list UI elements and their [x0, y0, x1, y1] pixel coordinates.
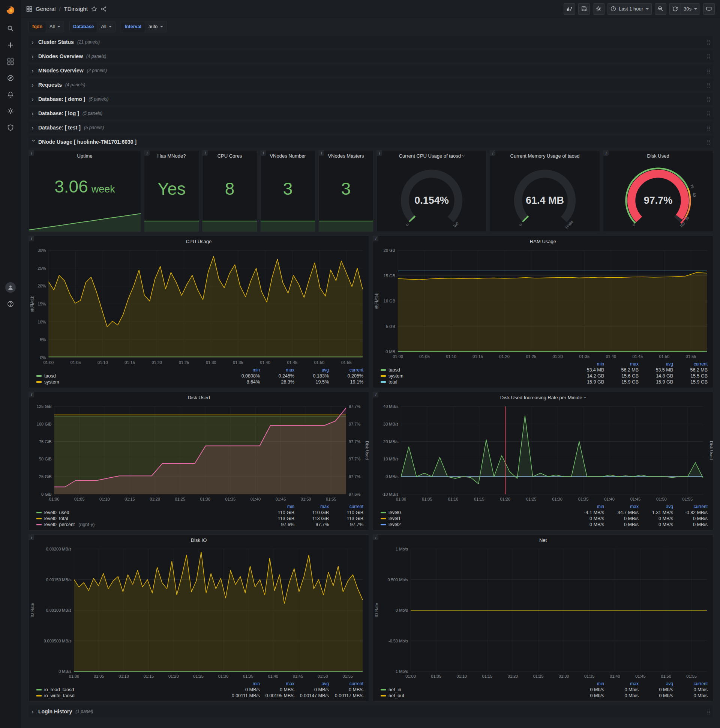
legend-series-name[interactable]: level0_total: [37, 516, 260, 521]
panel-info-icon[interactable]: [29, 236, 34, 241]
panel-info-icon[interactable]: [373, 535, 378, 540]
panel-title[interactable]: Has MNode?: [157, 153, 186, 159]
legend-series-name[interactable]: taosd: [37, 373, 225, 379]
legend-column-header[interactable]: current: [329, 504, 363, 509]
panel-title[interactable]: Disk IO: [191, 537, 207, 543]
row-dnodes-overview[interactable]: DNodes Overview (4 panels): [29, 50, 713, 62]
row-database-demo[interactable]: Database: [ demo ] (5 panels): [29, 93, 713, 105]
memory-usage-gauge[interactable]: 01638461.4 MB: [490, 161, 599, 231]
breadcrumb-page-title[interactable]: TDinsight: [64, 6, 88, 12]
zoom-out-button[interactable]: [655, 3, 667, 15]
row-login-history[interactable]: Login History (1 panel): [29, 705, 713, 717]
grafana-logo[interactable]: [0, 0, 21, 20]
legend-column-header[interactable]: current: [673, 361, 708, 367]
net-chart[interactable]: 01:0001:0501:1001:1501:2001:2501:3001:35…: [373, 545, 713, 681]
variable-interval[interactable]: Interval auto: [121, 21, 167, 32]
drag-handle-icon[interactable]: [706, 111, 710, 116]
share-icon[interactable]: [101, 6, 107, 12]
disk-io-chart[interactable]: 01:0001:0501:1001:1501:2001:2501:3001:35…: [29, 545, 369, 681]
panel-info-icon[interactable]: [373, 236, 378, 241]
legend-column-header[interactable]: current: [329, 367, 363, 373]
legend-series-name[interactable]: level0: [381, 510, 570, 515]
legend-column-header[interactable]: avg: [294, 367, 329, 373]
legend-column-header[interactable]: min: [225, 681, 260, 686]
legend-series-name[interactable]: level1: [381, 516, 570, 521]
time-range-picker[interactable]: Last 1 hour: [607, 3, 652, 15]
legend-series-name[interactable]: level2: [381, 522, 570, 527]
panel-title[interactable]: RAM Usage: [530, 239, 556, 244]
panel-title[interactable]: Disk Used Increasing Rate per Minute: [500, 395, 583, 401]
legend-column-header[interactable]: min: [260, 504, 294, 509]
row-cluster-status[interactable]: Cluster Status (21 panels): [29, 36, 713, 48]
legend-series-name[interactable]: total: [381, 379, 570, 385]
row-database-log[interactable]: Database: [ log ] (5 panels): [29, 107, 713, 119]
panel-title[interactable]: CPU Usage: [186, 239, 212, 244]
legend-series-name[interactable]: level0_used: [37, 510, 260, 515]
drag-handle-icon[interactable]: [706, 68, 710, 73]
legend-series-name[interactable]: net_in: [381, 687, 570, 692]
drag-handle-icon[interactable]: [706, 96, 710, 102]
panel-info-icon[interactable]: [377, 150, 382, 156]
legend-series-name[interactable]: taosd: [381, 367, 570, 373]
legend-column-header[interactable]: avg: [294, 681, 329, 686]
legend-series-name[interactable]: io_read_taosd: [37, 687, 225, 692]
row-mnodes-overview[interactable]: MNodes Overview (2 panels): [29, 64, 713, 76]
panel-info-icon[interactable]: [203, 150, 208, 156]
panel-title[interactable]: VNodes Number: [270, 153, 306, 159]
row-dnode-usage[interactable]: DNode Usage [ huolinhe-TM1701:6030 ]: [29, 136, 713, 148]
row-database-test[interactable]: Database: [ test ] (5 panels): [29, 122, 713, 134]
panel-info-icon[interactable]: [29, 150, 34, 156]
disk-rate-chart[interactable]: 01:0001:0501:1001:1501:2001:2501:3001:35…: [373, 403, 713, 503]
drag-handle-icon[interactable]: [706, 54, 710, 59]
panel-title[interactable]: Disk Used: [647, 153, 669, 159]
cycle-view-tv-button[interactable]: [703, 3, 715, 15]
panel-title[interactable]: VNodes Masters: [328, 153, 364, 159]
user-avatar[interactable]: [0, 279, 21, 296]
drag-handle-icon[interactable]: [706, 40, 710, 45]
legend-column-header[interactable]: max: [604, 504, 639, 509]
explore-compass-icon[interactable]: [0, 70, 21, 86]
panel-title[interactable]: CPU Cores: [218, 153, 242, 159]
drag-handle-icon[interactable]: [706, 709, 710, 714]
legend-column-header[interactable]: max: [260, 367, 294, 373]
panel-title[interactable]: Uptime: [77, 153, 92, 159]
drag-handle-icon[interactable]: [706, 125, 710, 131]
legend-column-header[interactable]: max: [604, 361, 639, 367]
legend-column-header[interactable]: max: [294, 504, 329, 509]
star-icon[interactable]: [91, 6, 97, 12]
cpu-usage-chart[interactable]: 01:0001:0501:1001:1501:2001:2501:3001:35…: [29, 246, 369, 367]
panel-title[interactable]: Current Memory Usage of taosd: [510, 153, 580, 159]
variable-fqdn[interactable]: fqdn All: [29, 21, 64, 32]
drag-handle-icon[interactable]: [706, 139, 710, 145]
legend-column-header[interactable]: min: [570, 361, 604, 367]
panel-info-icon[interactable]: [603, 150, 609, 156]
dashboard-settings-button[interactable]: [593, 3, 604, 15]
legend-series-name[interactable]: system: [381, 373, 570, 379]
panel-info-icon[interactable]: [490, 150, 495, 156]
disk-used-gauge[interactable]: 075809510097.7%: [603, 161, 713, 231]
panel-info-icon[interactable]: [319, 150, 324, 156]
legend-column-header[interactable]: max: [260, 681, 294, 686]
legend-series-name[interactable]: level0_percent(right-y): [37, 522, 260, 527]
refresh-interval-select[interactable]: 30s: [680, 3, 700, 15]
disk-used-chart[interactable]: 01:0001:0501:1001:1501:2001:2501:3001:35…: [29, 403, 369, 503]
legend-series-name[interactable]: system: [37, 379, 225, 385]
breadcrumb-section[interactable]: General: [36, 6, 55, 12]
server-admin-shield-icon[interactable]: [0, 119, 21, 136]
panel-info-icon[interactable]: [29, 535, 34, 540]
ram-usage-chart[interactable]: 01:0001:0501:1001:1501:2001:2501:3001:35…: [373, 246, 713, 361]
panel-info-icon[interactable]: [261, 150, 266, 156]
configuration-gear-icon[interactable]: [0, 103, 21, 119]
row-requests[interactable]: Requests (4 panels): [29, 79, 713, 91]
alerting-bell-icon[interactable]: [0, 86, 21, 103]
panel-title[interactable]: Net: [539, 537, 547, 543]
variable-value-dropdown[interactable]: All: [46, 21, 64, 32]
legend-column-header[interactable]: min: [225, 367, 260, 373]
legend-column-header[interactable]: min: [570, 681, 604, 686]
legend-column-header[interactable]: min: [570, 504, 604, 509]
panel-info-icon[interactable]: [144, 150, 149, 156]
refresh-button[interactable]: [670, 3, 680, 15]
legend-series-name[interactable]: io_write_taosd: [37, 693, 225, 698]
legend-column-header[interactable]: current: [329, 681, 363, 686]
add-panel-button[interactable]: [564, 3, 575, 15]
